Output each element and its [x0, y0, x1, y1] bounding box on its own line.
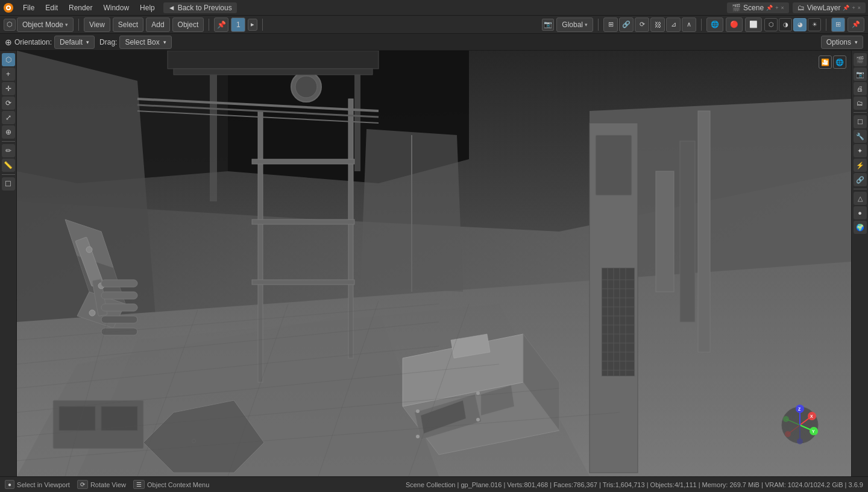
snap-icon-5[interactable]: ⊿ — [666, 17, 681, 32]
properties-output-icon[interactable]: 🖨 — [854, 82, 867, 95]
sidebar-toggle-btn[interactable]: ⊞ — [831, 17, 845, 32]
xray-btn[interactable]: ⬜ — [745, 17, 762, 32]
svg-rect-74 — [698, 111, 710, 352]
context-key: ☰ — [133, 480, 145, 489]
properties-modifier-icon[interactable]: 🔧 — [854, 130, 867, 143]
viewport-sphere-icon[interactable]: 🌐 — [833, 55, 846, 69]
menu-file[interactable]: File — [18, 2, 39, 13]
options-label: Options — [826, 38, 851, 46]
drag-group: Drag: Select Box ▾ — [99, 36, 172, 49]
status-rotate: ⟳ Rotate View — [77, 480, 126, 489]
svg-text:X: X — [810, 414, 813, 418]
annotate-tool-icon[interactable]: ✏ — [2, 144, 15, 157]
main-toolbar: ⬡ Object Mode ▾ View Select Add Object 📌… — [0, 16, 868, 34]
svg-rect-71 — [174, 69, 373, 75]
shading-rendered[interactable]: ☀ — [808, 18, 821, 31]
rotate-tool-icon[interactable]: ⟳ — [2, 96, 15, 110]
properties-scene-icon[interactable]: 🎬 — [854, 53, 867, 66]
object-mode-arrow: ▾ — [65, 22, 68, 28]
properties-physics-icon[interactable]: ⚡ — [854, 159, 867, 172]
shading-solid[interactable]: ◑ — [779, 18, 792, 31]
svg-rect-72 — [656, 171, 674, 292]
add-tool-icon[interactable]: ☐ — [2, 177, 15, 191]
measure-tool-icon[interactable]: 📏 — [2, 159, 15, 172]
properties-object-icon[interactable]: ☐ — [854, 115, 867, 128]
properties-data-icon[interactable]: △ — [854, 192, 867, 205]
tool-separator-right — [854, 112, 867, 113]
separator-6 — [826, 19, 826, 31]
shading-material[interactable]: ◕ — [793, 18, 807, 31]
tool-separator-left — [2, 141, 15, 142]
layer-expand-icon[interactable]: ▸ — [248, 19, 257, 31]
object-menu-button[interactable]: Object — [172, 17, 204, 32]
global-transform-button[interactable]: Global ▾ — [556, 17, 593, 32]
object-menu-label: Object — [178, 20, 199, 29]
properties-render-icon[interactable]: 📷 — [854, 68, 867, 81]
properties-constraints-icon[interactable]: 🔗 — [854, 173, 867, 186]
orientation-default-arrow: ▾ — [86, 39, 89, 45]
scene-selector[interactable]: 🎬 Scene 📌 + × — [727, 2, 789, 13]
mode-group: ⬡ Object Mode ▾ — [4, 17, 74, 32]
pin-btn[interactable]: 📌 — [848, 17, 864, 32]
viewlayer-icon: 🗂 — [797, 4, 805, 12]
snap-icon-2[interactable]: 🔗 — [619, 17, 634, 32]
view-menu-button[interactable]: View — [84, 17, 110, 32]
svg-rect-64 — [101, 328, 137, 335]
layer-1-button[interactable]: 1 — [231, 17, 245, 32]
viewport-overlay-btn[interactable]: 🔴 — [726, 17, 743, 32]
svg-rect-36 — [252, 159, 354, 164]
viewport-camera-icon[interactable]: 🎦 — [819, 55, 832, 69]
menu-help[interactable]: Help — [135, 2, 160, 13]
viewlayer-remove-icon: × — [858, 5, 861, 11]
snap-icon-3[interactable]: ⟳ — [635, 17, 649, 32]
scene-remove-icon: × — [781, 5, 784, 11]
svg-rect-63 — [101, 316, 137, 323]
mode-icon[interactable]: ⬡ — [4, 19, 16, 31]
snap-icon-4[interactable]: ⛓ — [650, 17, 665, 32]
select-tool-icon[interactable]: ⬡ — [2, 53, 15, 66]
snap-icon-6[interactable]: ∧ — [682, 17, 696, 32]
options-button[interactable]: Options ▾ — [821, 36, 863, 49]
shading-mode-buttons: ⬡ ◑ ◕ ☀ — [764, 18, 821, 31]
transform-tool-icon[interactable]: ⊕ — [2, 125, 15, 139]
snap-icon-1[interactable]: ⊞ — [603, 17, 618, 32]
layer-pin-button[interactable]: 📌 — [214, 17, 228, 32]
add-menu-button[interactable]: Add — [146, 17, 169, 32]
back-arrow-icon: ◄ — [168, 4, 175, 12]
orientation-icon: ⊕ — [5, 37, 12, 47]
shading-wireframe[interactable]: ⬡ — [764, 18, 778, 31]
cursor-tool-icon[interactable]: + — [2, 68, 15, 81]
menu-window[interactable]: Window — [98, 2, 134, 13]
sub-toolbar: ⊕ Orientation: Default ▾ Drag: Select Bo… — [0, 34, 868, 51]
orientation-default-button[interactable]: Default ▾ — [54, 36, 95, 49]
render-overlay-btn[interactable]: 🌐 — [706, 17, 723, 32]
menu-render[interactable]: Render — [64, 2, 97, 13]
back-to-previous-button[interactable]: ◄ Back to Previous — [163, 2, 237, 13]
select-box-button[interactable]: Select Box ▾ — [119, 36, 171, 49]
scene-icon: 🎬 — [732, 4, 741, 12]
viewport-overlay-controls: 🎦 🌐 — [819, 55, 846, 69]
menu-edit[interactable]: Edit — [40, 2, 63, 13]
tool-separator-right-2 — [854, 189, 867, 189]
object-mode-button[interactable]: Object Mode ▾ — [17, 17, 74, 32]
camera-icon-btn[interactable]: 📷 — [542, 19, 554, 31]
left-tool-panel: ⬡ + ✛ ⟳ ⤢ ⊕ ✏ 📏 ☐ — [0, 51, 17, 476]
move-tool-icon[interactable]: ✛ — [2, 82, 15, 95]
navigation-gizmo[interactable]: X Y Z — [779, 404, 821, 446]
properties-material-icon[interactable]: ● — [854, 206, 867, 219]
svg-point-40 — [295, 76, 317, 98]
scale-tool-icon[interactable]: ⤢ — [2, 111, 15, 124]
view-menu-label: View — [89, 20, 105, 29]
properties-view-icon[interactable]: 🗂 — [854, 96, 867, 110]
select-box-arrow: ▾ — [163, 39, 166, 45]
right-tool-panel: 🎬 📷 🖨 🗂 ☐ 🔧 ✦ ⚡ 🔗 △ ● 🌍 — [851, 51, 868, 476]
select-label: Select in Viewport — [17, 481, 70, 488]
viewlayer-selector[interactable]: 🗂 ViewLayer 📌 + × — [793, 2, 866, 13]
svg-rect-66 — [59, 406, 95, 430]
svg-rect-73 — [680, 141, 695, 322]
properties-particles-icon[interactable]: ✦ — [854, 144, 867, 157]
select-menu-button[interactable]: Select — [113, 17, 143, 32]
snap-icons: ⊞ 🔗 ⟳ ⛓ ⊿ ∧ — [603, 17, 696, 32]
3d-viewport[interactable]: ⬡ — [17, 51, 851, 476]
properties-world-icon[interactable]: 🌍 — [854, 221, 867, 234]
